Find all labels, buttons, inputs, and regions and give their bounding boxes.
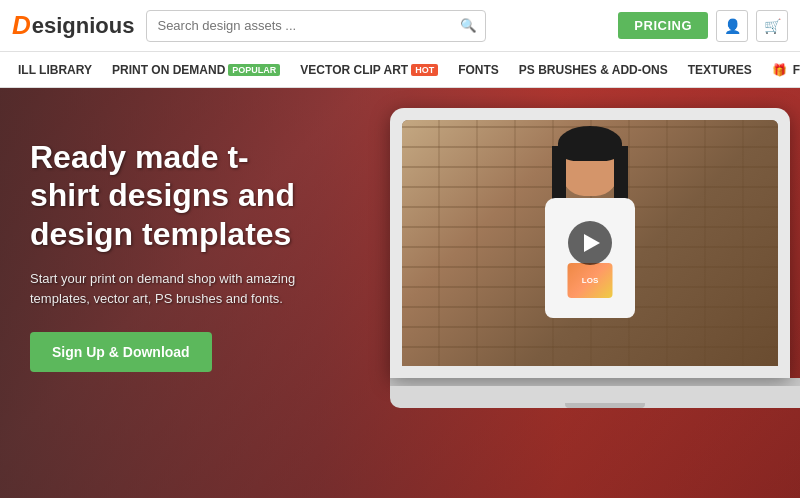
nav-item-library[interactable]: ILL LIBRARY — [8, 52, 102, 87]
nav-label-ps-brushes: PS BRUSHES & ADD-ONS — [519, 63, 668, 77]
nav-item-ps-brushes[interactable]: PS BRUSHES & ADD-ONS — [509, 52, 678, 87]
person-head — [560, 126, 620, 196]
hero-section: Ready made t-shirt designs and design te… — [0, 88, 800, 498]
logo-text: esignious — [32, 13, 135, 39]
site-header: Designious 🔍 PRICING 👤 🛒 — [0, 0, 800, 52]
hero-title: Ready made t-shirt designs and design te… — [30, 138, 310, 253]
signup-button[interactable]: Sign Up & Download — [30, 332, 212, 372]
nav-label-freebies: FREEBIES — [793, 63, 800, 77]
laptop-mockup: LOS — [390, 108, 800, 468]
site-logo[interactable]: Designious — [12, 10, 134, 41]
pricing-button[interactable]: PRICING — [618, 12, 708, 39]
nav-item-fonts[interactable]: FONTS — [448, 52, 509, 87]
person-hair-top — [558, 126, 622, 161]
nav-item-textures[interactable]: TEXTURES — [678, 52, 762, 87]
nav-label-vector: VECTOR CLIP ART — [300, 63, 408, 77]
hot-badge: HOT — [411, 64, 438, 76]
nav-item-print-on-demand[interactable]: PRINT ON DEMAND POPULAR — [102, 52, 290, 87]
user-icon-button[interactable]: 👤 — [716, 10, 748, 42]
tshirt-design: LOS — [568, 263, 613, 298]
cart-icon-button[interactable]: 🛒 — [756, 10, 788, 42]
laptop-screen-bg: LOS — [402, 120, 778, 366]
logo-d: D — [12, 10, 31, 41]
header-right: PRICING 👤 🛒 — [618, 10, 788, 42]
nav-label-print: PRINT ON DEMAND — [112, 63, 225, 77]
nav-label-fonts: FONTS — [458, 63, 499, 77]
laptop-body: LOS — [390, 108, 790, 378]
nav-label-library: ILL LIBRARY — [18, 63, 92, 77]
search-input[interactable] — [147, 14, 452, 37]
search-button[interactable]: 🔍 — [452, 14, 485, 37]
search-bar: 🔍 — [146, 10, 486, 42]
main-nav: ILL LIBRARY PRINT ON DEMAND POPULAR VECT… — [0, 52, 800, 88]
laptop-base — [390, 386, 800, 408]
nav-label-textures: TEXTURES — [688, 63, 752, 77]
nav-item-freebies[interactable]: 🎁 FREEBIES — [762, 52, 800, 87]
play-button[interactable] — [568, 221, 612, 265]
popular-badge: POPULAR — [228, 64, 280, 76]
nav-item-vector-clip-art[interactable]: VECTOR CLIP ART HOT — [290, 52, 448, 87]
laptop-hinge — [390, 378, 800, 386]
user-icon: 👤 — [724, 18, 741, 34]
play-triangle-icon — [584, 234, 600, 252]
gift-icon: 🎁 — [772, 63, 787, 77]
hero-content: Ready made t-shirt designs and design te… — [30, 138, 310, 372]
cart-icon: 🛒 — [764, 18, 781, 34]
hero-subtitle: Start your print on demand shop with ama… — [30, 269, 310, 308]
laptop-screen: LOS — [402, 120, 778, 366]
